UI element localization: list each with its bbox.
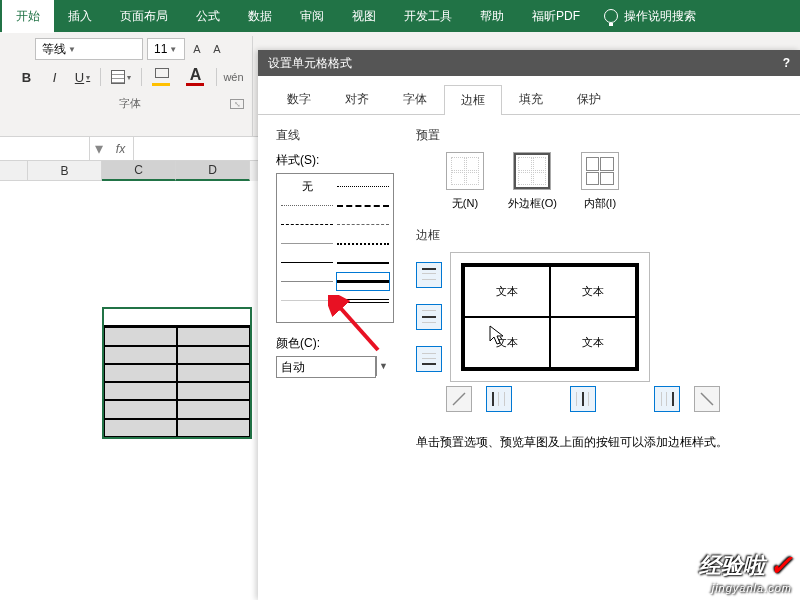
name-box-dropdown[interactable]: ▾ [90, 139, 108, 158]
ribbon-tab-foxit[interactable]: 福昕PDF [518, 0, 594, 33]
style-label: 样式(S): [276, 152, 396, 169]
ribbon-tab-formulas[interactable]: 公式 [182, 0, 234, 33]
border-bottom-button[interactable] [416, 346, 442, 372]
tab-fill[interactable]: 填充 [502, 84, 560, 114]
preview-cell: 文本 [550, 317, 636, 368]
preset-outline-icon [513, 152, 551, 190]
line-style-option[interactable] [337, 235, 389, 252]
font-group: 等线 ▼ 11 ▼ A A B I U▾ ▾ [8, 36, 253, 136]
preset-inside[interactable]: 内部(I) [581, 152, 619, 211]
phonetic-button[interactable]: wén [223, 66, 245, 88]
dialog-titlebar[interactable]: 设置单元格格式 ? [258, 50, 800, 76]
tab-border[interactable]: 边框 [444, 85, 502, 115]
column-header-b[interactable]: B [28, 161, 102, 181]
color-value: 自动 [281, 359, 305, 376]
tab-alignment[interactable]: 对齐 [328, 84, 386, 114]
svg-rect-6 [422, 353, 436, 354]
line-style-option[interactable] [281, 216, 333, 233]
ribbon-tab-view[interactable]: 视图 [338, 0, 390, 33]
ribbon-tab-layout[interactable]: 页面布局 [106, 0, 182, 33]
dialog-title: 设置单元格格式 [268, 55, 352, 72]
svg-line-19 [701, 393, 713, 405]
bucket-icon [155, 68, 169, 78]
ribbon-tab-review[interactable]: 审阅 [286, 0, 338, 33]
line-style-option[interactable] [337, 178, 389, 195]
preview-cell: 文本 [464, 266, 550, 317]
svg-rect-11 [498, 392, 499, 406]
line-style-option[interactable] [337, 216, 389, 233]
line-style-option[interactable] [281, 254, 333, 271]
border-right-button[interactable] [654, 386, 680, 412]
svg-rect-8 [422, 363, 436, 365]
preset-none[interactable]: 无(N) [446, 152, 484, 211]
border-middle-v-button[interactable] [570, 386, 596, 412]
line-style-none[interactable]: 无 [281, 178, 333, 195]
border-diagonal-down-button[interactable] [694, 386, 720, 412]
tab-font[interactable]: 字体 [386, 84, 444, 114]
borders-button[interactable]: ▾ [107, 66, 135, 88]
ribbon-tab-developer[interactable]: 开发工具 [390, 0, 466, 33]
line-style-option[interactable] [281, 292, 333, 309]
select-all-button[interactable] [0, 161, 28, 181]
preview-cell: 文本 [550, 266, 636, 317]
dialog-help-button[interactable]: ? [783, 56, 790, 70]
check-icon: ✓ [769, 549, 792, 582]
color-label: 颜色(C): [276, 335, 396, 352]
line-style-option[interactable] [337, 292, 389, 309]
color-select[interactable]: 自动 [276, 356, 376, 378]
italic-button[interactable]: I [44, 66, 66, 88]
dialog-tabs: 数字 对齐 字体 边框 填充 保护 [258, 76, 800, 115]
selected-range[interactable] [102, 307, 252, 439]
chevron-down-icon: ▼ [68, 45, 76, 54]
preset-section-label: 预置 [416, 127, 782, 144]
border-diagonal-up-button[interactable] [446, 386, 472, 412]
svg-rect-17 [666, 392, 667, 406]
tab-number[interactable]: 数字 [270, 84, 328, 114]
border-preview[interactable]: 文本 文本 文本 文本 [450, 252, 650, 382]
chevron-down-icon: ▼ [169, 45, 177, 54]
bold-button[interactable]: B [16, 66, 38, 88]
border-top-button[interactable] [416, 262, 442, 288]
line-style-option[interactable] [281, 235, 333, 252]
line-style-option[interactable] [337, 254, 389, 271]
font-color-button[interactable]: A [182, 66, 210, 88]
font-dialog-launcher[interactable]: ⤡ [230, 99, 244, 109]
underline-button[interactable]: U▾ [72, 66, 94, 88]
decrease-font-button[interactable]: A [209, 38, 225, 60]
increase-font-button[interactable]: A [189, 38, 205, 60]
tell-me-label: 操作说明搜索 [624, 8, 696, 25]
fx-button[interactable]: fx [108, 137, 134, 160]
ribbon-tab-insert[interactable]: 插入 [54, 0, 106, 33]
watermark: 经验啦 ✓ jingyanla.com [699, 549, 792, 594]
line-style-option-selected[interactable] [337, 273, 389, 290]
tell-me-search[interactable]: 操作说明搜索 [604, 8, 696, 25]
border-left-button[interactable] [486, 386, 512, 412]
line-style-listbox[interactable]: 无 [276, 173, 394, 323]
border-middle-h-button[interactable] [416, 304, 442, 330]
name-box[interactable] [0, 137, 90, 160]
svg-rect-7 [422, 358, 436, 359]
preset-outline-label: 外边框(O) [508, 196, 557, 211]
column-header-c[interactable]: C [102, 161, 176, 181]
svg-rect-5 [422, 322, 436, 323]
ribbon-tab-data[interactable]: 数据 [234, 0, 286, 33]
border-section-label: 边框 [416, 227, 782, 244]
svg-line-9 [453, 393, 465, 405]
font-name-select[interactable]: 等线 ▼ [35, 38, 143, 60]
preset-none-label: 无(N) [452, 196, 478, 211]
font-size-value: 11 [154, 42, 167, 56]
tab-protection[interactable]: 保护 [560, 84, 618, 114]
ribbon-tab-home[interactable]: 开始 [2, 0, 54, 33]
svg-rect-1 [422, 273, 436, 274]
line-style-option[interactable] [337, 197, 389, 214]
preset-outline[interactable]: 外边框(O) [508, 152, 557, 211]
ribbon-tab-help[interactable]: 帮助 [466, 0, 518, 33]
color-dropdown-button[interactable]: ▼ [376, 356, 390, 376]
fill-color-button[interactable] [148, 66, 176, 88]
svg-rect-13 [576, 392, 577, 406]
line-style-option[interactable] [281, 273, 333, 290]
column-header-d[interactable]: D [176, 161, 250, 181]
font-size-select[interactable]: 11 ▼ [147, 38, 185, 60]
line-style-option[interactable] [281, 197, 333, 214]
watermark-url: jingyanla.com [699, 582, 792, 594]
